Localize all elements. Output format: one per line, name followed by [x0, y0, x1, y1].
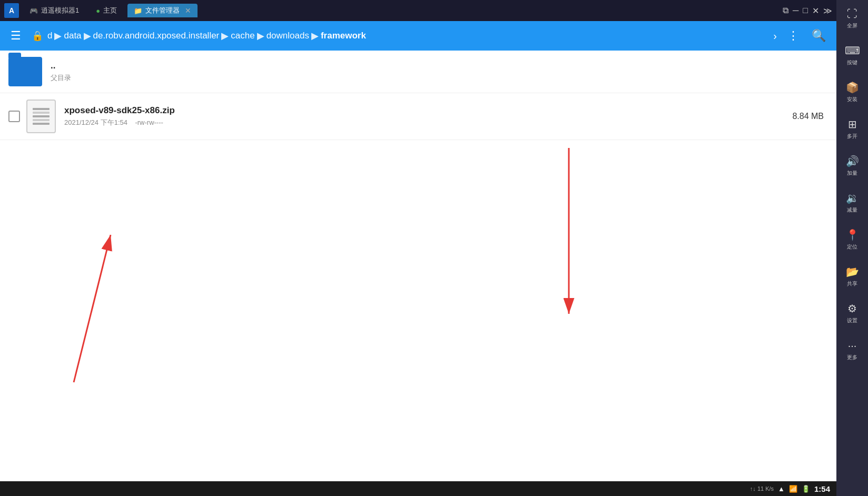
tab-close-icon[interactable]: ✕ — [185, 6, 191, 15]
tab-filemanager-icon: 📁 — [134, 7, 142, 15]
zip-file-permissions: -rw-rw---- — [135, 118, 163, 126]
sidebar-btn-more[interactable]: ··· 更多 — [836, 332, 868, 369]
wifi-icon: ▲ — [778, 485, 785, 493]
zip-file-name: xposed-v89-sdk25-x86.zip — [64, 105, 792, 116]
parent-dir-info: .. 父目录 — [51, 61, 828, 83]
overflow-menu-icon[interactable]: ⋮ — [783, 27, 803, 45]
sidebar-btn-location[interactable]: 📍 定位 — [836, 221, 868, 258]
search-icon[interactable]: 🔍 — [807, 27, 830, 45]
more-label: 更多 — [847, 354, 857, 361]
sidebar-btn-multiopen[interactable]: ⊞ 多开 — [836, 111, 868, 147]
zip-file-date: 2021/12/24 下午1:54 — [64, 118, 127, 126]
zip-file-size: 8.84 MB — [792, 112, 828, 121]
app-logo: A — [4, 3, 19, 18]
tab-emulator-icon: 🎮 — [29, 7, 38, 15]
volume-down-icon: 🔉 — [846, 192, 859, 204]
zip-file-info: xposed-v89-sdk25-x86.zip 2021/12/24 下午1:… — [64, 105, 792, 127]
svg-line-2 — [74, 235, 111, 382]
tab-emulator-label: 逍遥模拟器1 — [41, 6, 79, 15]
breadcrumb-d[interactable]: d — [47, 31, 52, 41]
status-bar: ↑↓ 11 K/s ▲ 📶 🔋 1:54 — [0, 481, 836, 496]
parent-dir-label: 父目录 — [51, 73, 828, 83]
breadcrumb: d ▶ data ▶ de.robv.android.xposed.instal… — [47, 30, 767, 42]
share-label: 共享 — [847, 280, 857, 287]
zip-icon — [26, 100, 56, 133]
window-restore-icon[interactable]: ⧉ — [783, 6, 788, 15]
install-label: 安装 — [847, 96, 857, 103]
clock: 1:54 — [814, 484, 830, 493]
title-bar: A 🎮 逍遥模拟器1 ● 主页 📁 文件管理器 ✕ ⧉ ─ □ ✕ ≫ — [0, 0, 836, 21]
tab-home-icon: ● — [96, 7, 100, 15]
breadcrumb-more-icon[interactable]: › — [771, 28, 779, 44]
multiopen-icon: ⊞ — [848, 118, 857, 131]
location-label: 定位 — [847, 243, 857, 251]
tab-home[interactable]: ● 主页 — [90, 4, 123, 17]
breadcrumb-sep-2: ▶ — [84, 30, 91, 42]
settings-label: 设置 — [847, 317, 857, 324]
breadcrumb-cache[interactable]: cache — [231, 31, 254, 41]
sidebar-btn-share[interactable]: 📂 共享 — [836, 258, 868, 295]
volume-up-icon: 🔊 — [846, 155, 859, 167]
signal-icon: 📶 — [789, 485, 797, 493]
install-icon: 📦 — [846, 81, 859, 94]
battery-icon: 🔋 — [802, 485, 810, 493]
nav-bar: ☰ 🔒 d ▶ data ▶ de.robv.android.xposed.in… — [0, 21, 836, 51]
location-icon: 📍 — [846, 229, 859, 241]
breadcrumb-package[interactable]: de.robv.android.xposed.installer — [93, 31, 220, 41]
window-minimize-icon[interactable]: ─ — [793, 6, 798, 15]
window-close-icon[interactable]: ✕ — [812, 6, 819, 16]
breadcrumb-sep-4: ▶ — [257, 30, 264, 42]
tab-emulator[interactable]: 🎮 逍遥模拟器1 — [23, 4, 85, 17]
parent-dir-dots: .. — [51, 61, 828, 71]
breadcrumb-downloads[interactable]: downloads — [267, 31, 309, 41]
more-icon: ··· — [848, 340, 857, 352]
breadcrumb-sep-1: ▶ — [54, 30, 62, 42]
sidebar-btn-settings[interactable]: ⚙ 设置 — [836, 295, 868, 332]
keyboard-label: 按键 — [847, 59, 857, 66]
volume-down-label: 减量 — [847, 206, 857, 214]
breadcrumb-data[interactable]: data — [64, 31, 81, 41]
zip-file-meta: 2021/12/24 下午1:54 -rw-rw---- — [64, 118, 792, 127]
zip-file-item[interactable]: xposed-v89-sdk25-x86.zip 2021/12/24 下午1:… — [0, 93, 836, 140]
keyboard-icon: ⌨ — [845, 44, 860, 57]
breadcrumb-sep-3: ▶ — [221, 30, 229, 42]
tab-filemanager[interactable]: 📁 文件管理器 ✕ — [127, 4, 198, 17]
breadcrumb-framework[interactable]: framework — [321, 31, 366, 41]
tab-filemanager-label: 文件管理器 — [145, 6, 180, 15]
file-checkbox[interactable] — [8, 111, 20, 122]
folder-icon — [8, 57, 42, 86]
lock-icon: 🔒 — [32, 30, 43, 42]
sidebar-btn-keyboard[interactable]: ⌨ 按键 — [836, 37, 868, 74]
volume-up-label: 加量 — [847, 170, 857, 177]
right-sidebar: ⛶ 全屏 ⌨ 按键 📦 安装 ⊞ 多开 🔊 加量 🔉 减量 📍 定位 📂 共享 … — [836, 0, 868, 496]
parent-dir-item[interactable]: .. 父目录 — [0, 51, 836, 93]
breadcrumb-sep-5: ▶ — [311, 30, 319, 42]
settings-icon: ⚙ — [847, 302, 857, 315]
file-list: .. 父目录 xposed-v89-sdk25-x8 — [0, 51, 836, 140]
sidebar-btn-volume-down[interactable]: 🔉 减量 — [836, 184, 868, 221]
share-icon: 📂 — [846, 265, 859, 278]
sidebar-btn-fullscreen[interactable]: ⛶ 全屏 — [836, 0, 868, 37]
sidebar-btn-install[interactable]: 📦 安装 — [836, 74, 868, 111]
network-speed: ↑↓ 11 K/s — [750, 485, 774, 492]
hamburger-menu-icon[interactable]: ☰ — [6, 27, 25, 45]
sidebar-toggle-icon[interactable]: ≫ — [823, 6, 832, 16]
sidebar-btn-volume-up[interactable]: 🔊 加量 — [836, 147, 868, 184]
tab-home-label: 主页 — [103, 6, 117, 15]
fullscreen-icon: ⛶ — [847, 8, 857, 20]
multiopen-label: 多开 — [847, 133, 857, 140]
window-maximize-icon[interactable]: □ — [803, 6, 808, 15]
fullscreen-label: 全屏 — [847, 22, 857, 29]
